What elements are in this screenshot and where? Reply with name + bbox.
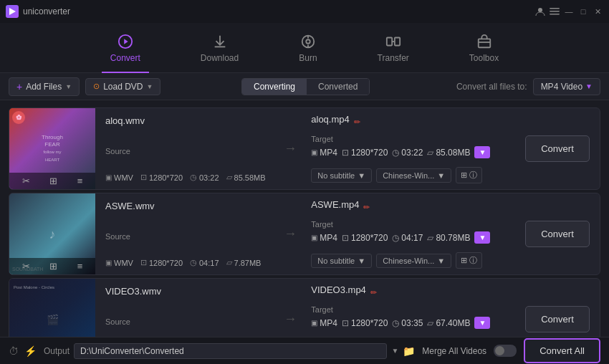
target-label: Target [311, 135, 507, 143]
target-name-row: aloq.mp4 ✏ [311, 114, 507, 130]
target-filename: VIDEO3.mp4 [311, 284, 366, 295]
target-filename: ASWE.mp4 [311, 199, 359, 210]
target-format-button[interactable]: ▼ [474, 146, 490, 158]
target-format-row: ▣ MP4 ⊡ 1280*720 ◷ 04:17 ▱ 80.78MB ▼ [311, 231, 507, 244]
app-logo [6, 5, 19, 18]
plus-icon: + [16, 81, 22, 92]
target-size-chip: ▱ 67.40MB [427, 318, 470, 328]
close-button[interactable]: ✕ [592, 6, 603, 17]
open-folder-icon[interactable]: 📁 [403, 345, 415, 357]
output-dropdown-arrow[interactable]: ▼ [391, 347, 398, 355]
edit-icon[interactable]: ✏ [354, 118, 360, 127]
scissors-icon[interactable]: ✂ [22, 261, 30, 272]
add-files-label: Add Files [26, 82, 62, 92]
content-area: ThroughFEARfollow myHEART 🌸 ✂ ⊞ ≡ aloq.w… [0, 100, 609, 337]
tab-converting[interactable]: Converting [242, 79, 307, 95]
target-file-icon: ▣ [311, 148, 317, 156]
svg-rect-3 [550, 11, 560, 12]
svg-rect-2 [550, 8, 560, 9]
transfer-nav-icon [385, 33, 402, 50]
target-name-row: ASWE.mp4 ✏ [311, 199, 507, 216]
target-filename: aloq.mp4 [311, 114, 349, 125]
language-selector[interactable]: Chinese-Win... ▼ [376, 254, 451, 268]
edit-icon[interactable]: ✏ [370, 288, 377, 297]
folder-icon: ▱ [226, 258, 232, 267]
clock-status-icon[interactable]: ⏱ [9, 345, 19, 357]
tab-converted[interactable]: Converted [307, 79, 369, 95]
target-clock-icon: ◷ [392, 318, 399, 328]
source-label: Source [105, 147, 268, 155]
output-label: Output [44, 346, 69, 356]
svg-rect-13 [478, 39, 490, 47]
crop-icon[interactable]: ⊞ [49, 176, 57, 186]
source-res-chip: ⊡ 1280*720 [140, 173, 183, 182]
menu-icon[interactable] [549, 6, 560, 17]
nav-convert-label: Convert [110, 53, 140, 63]
burn-nav-icon [299, 33, 317, 50]
settings-button[interactable]: ⊞ ⓘ [456, 252, 482, 269]
target-folder-icon: ▱ [427, 318, 433, 328]
maximize-button[interactable]: □ [577, 6, 589, 17]
file-target: aloq.mp4 ✏ Target ▣ MP4 ⊡ 1280*720 ◷ 03:… [302, 108, 515, 189]
source-format-chip: ▣ WMV [105, 259, 133, 267]
target-clock-icon: ◷ [392, 148, 399, 158]
source-filename: aloq.wmv [105, 115, 268, 126]
target-format-button[interactable]: ▼ [474, 317, 490, 329]
settings-button[interactable]: ⊞ ⓘ [456, 167, 482, 183]
source-size-chip: ▱ 7.87MB [226, 258, 262, 267]
merge-toggle[interactable] [494, 345, 517, 357]
lang-arrow-icon: ▼ [437, 171, 445, 180]
toggle-knob [495, 346, 504, 355]
thumb-actions: ✂ ⊞ ≡ [9, 173, 95, 189]
target-format-button[interactable]: ▼ [474, 231, 490, 244]
svg-rect-11 [387, 37, 392, 45]
nav-burn-label: Burn [299, 53, 317, 63]
nav-transfer[interactable]: Transfer [369, 29, 418, 67]
power-status-icon[interactable]: ⚡ [24, 345, 37, 357]
crop-icon[interactable]: ⊞ [49, 261, 57, 272]
convert-button[interactable]: Convert [525, 135, 590, 162]
source-size-chip: ▱ 85.58MB [226, 173, 266, 182]
title-bar-left: uniconverter [6, 5, 70, 18]
effects-icon[interactable]: ≡ [77, 176, 83, 186]
merge-label: Merge All Videos [422, 346, 486, 356]
target-format-row: ▣ MP4 ⊡ 1280*720 ◷ 03:35 ▱ 67.40MB ▼ [311, 317, 507, 329]
effects-icon[interactable]: ≡ [77, 261, 83, 272]
target-name-row: VIDEO3.mp4 ✏ [311, 284, 507, 301]
scissors-icon[interactable]: ✂ [22, 176, 30, 186]
language-selector[interactable]: Chinese-Win... ▼ [376, 168, 451, 183]
source-filename: VIDEO3.wmv [105, 286, 268, 297]
file-thumbnail: ThroughFEARfollow myHEART 🌸 ✂ ⊞ ≡ [9, 108, 95, 189]
file-thumbnail: Post Malone - Circles 🎬 ✂ ⊞ ≡ [9, 279, 95, 337]
convert-all-to-label: Convert all files to: [456, 82, 527, 92]
convert-button[interactable]: Convert [525, 306, 590, 332]
minimize-button[interactable]: — [563, 6, 575, 17]
svg-rect-4 [550, 14, 560, 15]
edit-icon[interactable]: ✏ [363, 203, 370, 212]
format-selector[interactable]: MP4 Video ▼ [533, 78, 600, 95]
nav-toolbox[interactable]: Toolbox [461, 29, 507, 67]
info-icon: ⓘ [469, 170, 477, 181]
convert-all-button[interactable]: Convert All [524, 338, 600, 363]
arrow-separator: → [278, 108, 302, 189]
user-icon[interactable] [534, 6, 546, 17]
target-format-row: ▣ MP4 ⊡ 1280*720 ◷ 03:22 ▱ 85.08MB ▼ [311, 146, 507, 158]
target-size-chip: ▱ 85.08MB [427, 148, 470, 158]
subtitle-selector[interactable]: No subtitle ▼ [311, 168, 372, 183]
svg-marker-0 [9, 8, 16, 15]
nav-convert[interactable]: Convert [102, 29, 149, 67]
load-dvd-button[interactable]: ⊙ Load DVD ▼ [85, 78, 160, 95]
nav-download[interactable]: Download [192, 29, 247, 67]
file-format-icon: ▣ [105, 173, 112, 181]
convert-button[interactable]: Convert [525, 221, 590, 247]
arrow-separator: → [278, 279, 302, 337]
info-icon: ⓘ [469, 255, 477, 266]
source-meta: ▣ WMV ⊡ 1280*720 ◷ 03:22 ▱ 85.58MB [105, 173, 268, 182]
nav-burn[interactable]: Burn [290, 29, 325, 67]
subtitle-selector[interactable]: No subtitle ▼ [311, 254, 372, 268]
clock-icon: ◷ [190, 173, 197, 182]
target-format-chip: ▣ MP4 [311, 318, 337, 328]
output-path-section: Output D:\UniConverter\Converted ▼ 📁 [44, 343, 415, 359]
add-files-button[interactable]: + Add Files ▼ [9, 77, 80, 96]
target-size-chip: ▱ 80.78MB [427, 233, 470, 243]
